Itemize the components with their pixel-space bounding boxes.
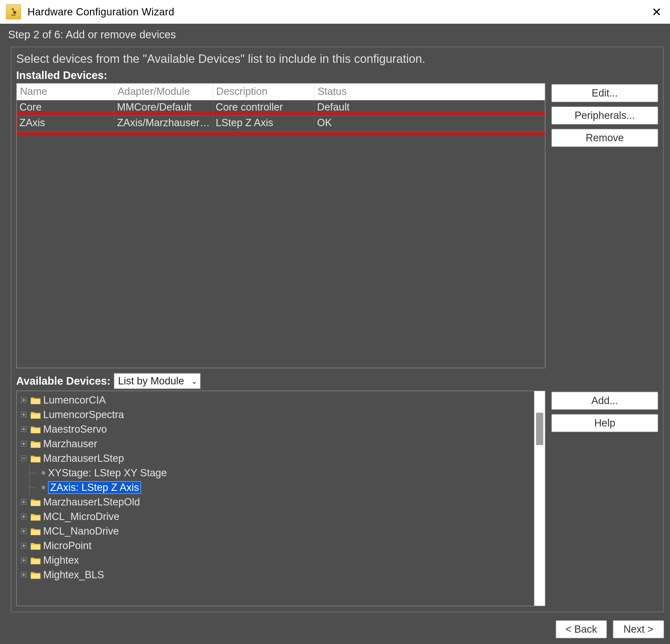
available-devices-label: Available Devices: bbox=[16, 375, 110, 387]
tree-node-label: Mightex bbox=[43, 554, 79, 566]
cell-desc: Core controller bbox=[213, 100, 314, 116]
edit-button[interactable]: Edit... bbox=[551, 84, 658, 102]
expand-icon[interactable]: + bbox=[21, 427, 26, 432]
step-banner: Step 2 of 6: Add or remove devices bbox=[0, 24, 670, 46]
folder-icon bbox=[30, 571, 41, 579]
tree-node[interactable]: +MaestroServo bbox=[19, 422, 533, 437]
expand-icon[interactable]: + bbox=[21, 441, 26, 446]
cell-desc: LStep Z Axis bbox=[213, 116, 314, 131]
tree-node[interactable]: +MCL_MicroDrive bbox=[19, 509, 533, 524]
tree-node-label: MarzhauserLStepOld bbox=[43, 496, 140, 508]
installed-devices-table: Name Adapter/Module Description Status C… bbox=[16, 83, 546, 368]
col-status[interactable]: Status bbox=[314, 83, 545, 100]
folder-icon bbox=[30, 396, 41, 404]
tree-node-label: MicroPoint bbox=[43, 540, 92, 552]
expand-icon[interactable]: + bbox=[21, 558, 26, 563]
expand-icon[interactable]: + bbox=[21, 514, 26, 519]
folder-icon bbox=[30, 425, 41, 433]
back-button[interactable]: < Back bbox=[556, 620, 607, 638]
cell-status: OK bbox=[314, 116, 545, 131]
cell-adapter: MMCore/Default bbox=[114, 100, 213, 116]
table-header-row: Name Adapter/Module Description Status bbox=[17, 83, 545, 100]
folder-icon bbox=[30, 454, 41, 462]
expand-icon[interactable]: + bbox=[21, 543, 26, 548]
help-button[interactable]: Help bbox=[551, 414, 658, 432]
expand-icon[interactable]: + bbox=[21, 572, 26, 577]
cell-name: Core bbox=[17, 100, 114, 116]
device-icon bbox=[41, 471, 45, 475]
folder-icon bbox=[30, 541, 41, 550]
tree-node[interactable]: +LumencorCIA bbox=[19, 393, 533, 407]
cell-name: ZAxis bbox=[17, 116, 114, 131]
tree-node-label: LumencorSpectra bbox=[43, 409, 124, 420]
col-description[interactable]: Description bbox=[213, 83, 314, 100]
tree-leaf[interactable]: XYStage: LStep XY Stage bbox=[19, 466, 533, 480]
folder-icon bbox=[30, 527, 41, 535]
close-icon: ✕ bbox=[652, 5, 662, 19]
window-title: Hardware Configuration Wizard bbox=[27, 6, 643, 18]
peripherals-button[interactable]: Peripherals... bbox=[551, 107, 658, 124]
col-adapter[interactable]: Adapter/Module bbox=[114, 83, 213, 100]
device-icon bbox=[41, 485, 45, 489]
folder-icon bbox=[30, 556, 41, 564]
tree-node-label: MaestroServo bbox=[43, 424, 107, 435]
tree-node[interactable]: +Marzhauser bbox=[19, 437, 533, 451]
scrollbar-thumb[interactable] bbox=[536, 413, 543, 445]
next-button[interactable]: Next > bbox=[613, 620, 664, 638]
content-panel: Select devices from the "Available Devic… bbox=[11, 46, 664, 612]
installed-devices-label: Installed Devices: bbox=[16, 69, 658, 81]
expand-icon[interactable]: + bbox=[21, 397, 26, 403]
tree-node[interactable]: +LumencorSpectra bbox=[19, 407, 533, 422]
table-row[interactable]: ZAxis ZAxis/MarzhauserL... LStep Z Axis … bbox=[17, 116, 545, 132]
remove-button[interactable]: Remove bbox=[551, 129, 658, 147]
wizard-footer: < Back Next > bbox=[0, 614, 670, 644]
expand-icon[interactable]: + bbox=[21, 412, 26, 417]
tree-leaf[interactable]: ZAxis: LStep Z Axis bbox=[19, 480, 533, 495]
tree-node[interactable]: −MarzhauserLStep bbox=[19, 451, 533, 466]
folder-icon bbox=[30, 439, 41, 448]
dropdown-value: List by Module bbox=[118, 375, 184, 387]
tree-leaf-label: ZAxis: LStep Z Axis bbox=[48, 481, 141, 494]
collapse-icon[interactable]: − bbox=[21, 456, 26, 461]
tree-node[interactable]: +MicroPoint bbox=[19, 538, 533, 553]
tree-node-label: MCL_NanoDrive bbox=[43, 525, 119, 537]
microscope-icon bbox=[6, 4, 21, 19]
tree-node[interactable]: +Mightex bbox=[19, 553, 533, 567]
cell-status: Default bbox=[314, 100, 545, 116]
tree-node-label: MarzhauserLStep bbox=[43, 453, 124, 464]
table-row[interactable]: Core MMCore/Default Core controller Defa… bbox=[17, 100, 545, 116]
folder-icon bbox=[30, 498, 41, 506]
col-name[interactable]: Name bbox=[17, 83, 114, 100]
tree-node[interactable]: +Mightex_BLS bbox=[19, 567, 533, 582]
chevron-down-icon: ⌄ bbox=[191, 377, 197, 386]
tree-leaf-label: XYStage: LStep XY Stage bbox=[48, 467, 167, 479]
folder-icon bbox=[30, 410, 41, 419]
close-button[interactable]: ✕ bbox=[643, 0, 670, 24]
list-mode-dropdown[interactable]: List by Module ⌄ bbox=[114, 373, 201, 389]
tree-node-label: Mightex_BLS bbox=[43, 569, 104, 581]
expand-icon[interactable]: + bbox=[21, 499, 26, 505]
tree-node-label: LumencorCIA bbox=[43, 394, 106, 406]
add-button[interactable]: Add... bbox=[551, 392, 658, 410]
tree-node-label: MCL_MicroDrive bbox=[43, 511, 119, 522]
available-devices-tree: +LumencorCIA+LumencorSpectra+MaestroServ… bbox=[16, 391, 546, 606]
titlebar: Hardware Configuration Wizard ✕ bbox=[0, 0, 670, 24]
cell-adapter: ZAxis/MarzhauserL... bbox=[114, 116, 213, 131]
expand-icon[interactable]: + bbox=[21, 528, 26, 534]
tree-node[interactable]: +MCL_NanoDrive bbox=[19, 524, 533, 538]
tree-node-label: Marzhauser bbox=[43, 438, 97, 450]
tree-scrollbar[interactable] bbox=[534, 391, 545, 606]
tree-node[interactable]: +MarzhauserLStepOld bbox=[19, 495, 533, 509]
folder-icon bbox=[30, 512, 41, 521]
wizard-window: Hardware Configuration Wizard ✕ Step 2 o… bbox=[0, 0, 670, 644]
instruction-text: Select devices from the "Available Devic… bbox=[16, 50, 658, 69]
